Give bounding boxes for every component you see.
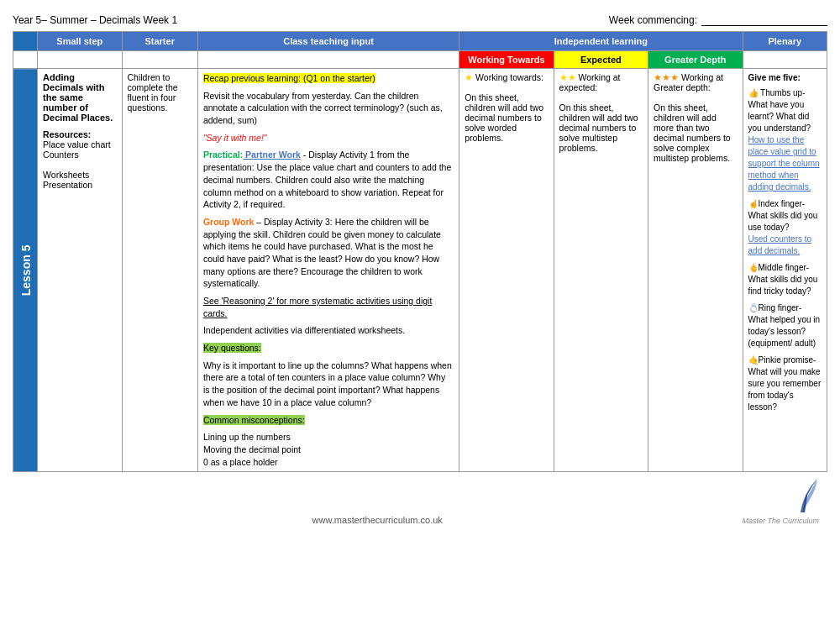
greater-depth-subheader: Greater Depth	[648, 51, 743, 69]
ring-text: What helped you in today's lesson? (equi…	[748, 315, 821, 348]
key-questions-text: Why is it important to line up the colum…	[203, 360, 452, 407]
independent-text: Independent activities via differentiate…	[203, 325, 405, 335]
small-step-cell: Adding Decimals with the same number of …	[38, 69, 122, 472]
greater-depth-cell: ★★★ Working at Greater depth: On this sh…	[648, 69, 743, 472]
plenary-intro: Give me five:	[748, 73, 801, 82]
recap-label: Recap previous learning: (Q1 on the star…	[203, 73, 375, 83]
pinky-text: What will you make sure you remember fro…	[748, 367, 822, 412]
brand-name: Master The Curriculum	[742, 517, 819, 525]
page-title: Year 5– Summer – Decimals Week 1	[13, 14, 177, 26]
index-link: Used counters to add decimals.	[748, 234, 812, 255]
expected-text: On this sheet, children will add two dec…	[559, 102, 638, 153]
week-commencing: Week commencing:	[609, 13, 827, 26]
ring-label: 💍Ring finger-	[748, 303, 802, 312]
small-step-header: Small step	[38, 32, 122, 51]
expected-stars: ★★	[559, 72, 576, 82]
working-towards-star: ★	[465, 72, 473, 82]
reasoning-text: See 'Reasoning 2' for more systematic ac…	[203, 296, 432, 318]
index-label: ☝Index finger-	[748, 199, 806, 208]
small-step-title: Adding Decimals with the same number of …	[43, 72, 116, 123]
greater-depth-stars: ★★★	[654, 72, 679, 82]
plenary-header: Plenary	[743, 32, 827, 51]
middle-label: 🖕Middle finger-	[748, 263, 810, 272]
middle-text: What skills did you find tricky today?	[748, 275, 818, 296]
starter-cell: Children to complete the fluent in four …	[122, 69, 197, 472]
working-towards-label: Working towards:	[475, 72, 543, 82]
key-questions-label: Key questions:	[203, 343, 261, 353]
class-teaching-header: Class teaching input	[197, 32, 459, 51]
index-text: What skills did you use today?	[748, 211, 818, 232]
top-header: Year 5– Summer – Decimals Week 1 Week co…	[13, 8, 827, 31]
starter-header: Starter	[122, 32, 197, 51]
partner-work-label: Partner Work	[243, 150, 301, 160]
thumb-link: How to use the place value grid to suppo…	[748, 135, 820, 192]
footer: www.masterthecurriculum.co.uk Master The…	[13, 475, 827, 525]
expected-cell: ★★ Working at expected: On this sheet, c…	[554, 69, 648, 472]
working-towards-subheader: Working Towards	[459, 51, 554, 69]
sub-header-row: Working Towards Expected Greater Depth	[13, 51, 827, 69]
page-wrapper: Year 5– Summer – Decimals Week 1 Week co…	[0, 0, 840, 533]
group-work-text: – Display Activity 3: Here the children …	[203, 217, 441, 288]
main-content-row: Lesson 5 Adding Decimals with the same n…	[13, 69, 827, 472]
plenary-cell: Give me five: 👍 Thumbs up- What have you…	[743, 69, 827, 472]
pinky-label: 🤙Pinkie promise-	[748, 355, 816, 365]
starter-text: Children to complete the fluent in four …	[128, 72, 178, 113]
logo-quill	[794, 477, 819, 515]
working-towards-text: On this sheet, children will add two dec…	[465, 92, 543, 143]
independent-learning-header: Independent learning	[459, 32, 743, 51]
misconceptions-list: Lining up the numbers Moving the decimal…	[203, 431, 454, 468]
group-work-label: Group Work	[203, 217, 254, 227]
resources-list: Place value chart Counters Worksheets Pr…	[43, 139, 116, 190]
misconceptions-label: Common misconceptions:	[203, 415, 305, 425]
header-row: Small step Starter Class teaching input …	[13, 32, 827, 51]
expected-subheader: Expected	[554, 51, 648, 69]
recap-text: Revisit the vocabulary from yesterday. C…	[203, 91, 443, 125]
working-towards-cell: ★ Working towards: On this sheet, childr…	[459, 69, 554, 472]
logo-area: Master The Curriculum	[742, 477, 827, 525]
week-value	[701, 13, 827, 26]
practical-label: Practical:	[203, 150, 243, 160]
footer-url: www.masterthecurriculum.co.uk	[312, 515, 443, 525]
resources-label: Resources:	[43, 129, 116, 139]
say-it: "Say it with me!"	[203, 133, 267, 143]
thumb-text: What have you learnt? What did you under…	[748, 100, 811, 133]
thumb-label: 👍 Thumbs up-	[748, 88, 806, 97]
greater-depth-text: On this sheet, children will add more th…	[654, 102, 731, 163]
class-teaching-cell: Recap previous learning: (Q1 on the star…	[197, 69, 459, 472]
lesson-label: Lesson 5	[13, 69, 38, 472]
main-table: Small step Starter Class teaching input …	[13, 31, 827, 472]
